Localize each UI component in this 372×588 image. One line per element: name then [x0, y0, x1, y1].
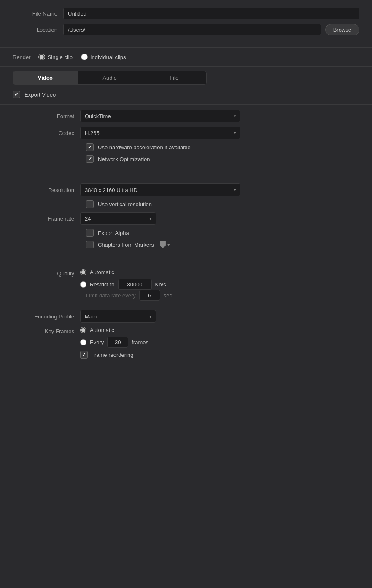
resolution-section: Resolution 3840 x 2160 Ultra HD 1920 x 1…: [0, 173, 372, 259]
render-single-clip-option[interactable]: Single clip: [38, 54, 73, 60]
marker-icon: [160, 241, 166, 248]
vertical-resolution-checkbox[interactable]: [86, 200, 94, 208]
keyframes-every-input[interactable]: [107, 337, 128, 348]
chapters-label: Chapters from Markers: [98, 242, 154, 248]
limit-row: Limit data rate every sec: [86, 290, 359, 301]
limit-unit: sec: [164, 292, 172, 299]
quality-restrict-option: Restrict to Kb/s: [80, 279, 166, 290]
frame-rate-label: Frame rate: [13, 216, 80, 222]
location-label: Location: [13, 27, 63, 33]
file-name-input[interactable]: [63, 8, 359, 19]
frame-rate-select[interactable]: 24 25 30 60: [80, 212, 156, 225]
tab-video[interactable]: Video: [13, 71, 78, 84]
render-single-clip-radio[interactable]: [38, 54, 45, 60]
vertical-resolution-label: Use vertical resolution: [98, 201, 152, 208]
resolution-select[interactable]: 3840 x 2160 Ultra HD 1920 x 1080 HD 1280…: [80, 183, 240, 196]
render-single-clip-label: Single clip: [48, 54, 73, 60]
encoding-profile-select[interactable]: Main High Baseline: [80, 310, 156, 323]
frame-rate-select-wrapper: 24 25 30 60 ▾: [80, 212, 156, 225]
chapters-chevron-icon[interactable]: ▾: [167, 242, 170, 248]
quality-restrict-input[interactable]: [118, 279, 152, 290]
tab-file[interactable]: File: [142, 71, 206, 84]
quality-automatic-label: Automatic: [90, 269, 114, 275]
file-name-label: File Name: [13, 11, 63, 17]
export-panel: File Name Location Browse Render Single …: [0, 0, 372, 369]
render-individual-clips-label: Individual clips: [90, 54, 126, 60]
tab-audio[interactable]: Audio: [78, 71, 142, 84]
format-select[interactable]: QuickTime MP4 MXF: [80, 110, 240, 122]
chapters-row: Chapters from Markers ▾: [86, 241, 359, 248]
quality-restrict-unit: Kb/s: [155, 281, 166, 288]
limit-text: Limit data rate every: [86, 292, 136, 299]
export-video-section: Export Video: [0, 85, 372, 104]
chapters-checkbox[interactable]: [86, 241, 94, 248]
encoding-profile-select-wrapper: Main High Baseline ▾: [80, 310, 156, 323]
keyframes-automatic-radio[interactable]: [80, 327, 86, 333]
chapters-extras: ▾: [160, 241, 170, 248]
resolution-label: Resolution: [13, 187, 80, 193]
video-settings-section: Format QuickTime MP4 MXF ▾ Codec H.265 H…: [0, 105, 372, 173]
quality-restrict-label: Restrict to: [90, 281, 115, 288]
export-alpha-row: Export Alpha: [86, 229, 359, 237]
encoding-section: Encoding Profile Main High Baseline ▾ Ke…: [0, 310, 372, 369]
render-individual-clips-option[interactable]: Individual clips: [81, 54, 126, 60]
render-section: Render Single clip Individual clips: [0, 48, 372, 66]
browse-button[interactable]: Browse: [325, 24, 359, 35]
frame-rate-row: Frame rate 24 25 30 60 ▾: [13, 212, 359, 225]
file-name-row: File Name: [13, 8, 359, 19]
render-individual-clips-radio[interactable]: [81, 54, 88, 60]
codec-select[interactable]: H.265 H.264 ProRes: [80, 127, 240, 139]
frame-reordering-checkbox[interactable]: [80, 351, 88, 359]
key-frames-label: Key Frames: [13, 327, 80, 334]
file-section: File Name Location Browse: [0, 0, 372, 47]
codec-label: Codec: [13, 130, 80, 136]
export-alpha-label: Export Alpha: [98, 230, 129, 236]
limit-value-input[interactable]: [139, 290, 160, 301]
export-video-label: Export Video: [24, 92, 56, 98]
resolution-row: Resolution 3840 x 2160 Ultra HD 1920 x 1…: [13, 183, 359, 196]
resolution-select-wrapper: 3840 x 2160 Ultra HD 1920 x 1080 HD 1280…: [80, 183, 240, 196]
export-video-checkbox[interactable]: [13, 91, 20, 98]
location-row: Location Browse: [13, 24, 359, 35]
quality-restrict-radio[interactable]: [80, 281, 86, 288]
hw-accel-label: Use hardware acceleration if available: [98, 144, 191, 151]
codec-row: Codec H.265 H.264 ProRes ▾: [13, 127, 359, 139]
keyframes-every-option: Every frames: [80, 337, 148, 348]
render-radio-group: Single clip Individual clips: [38, 54, 126, 60]
network-opt-label: Network Optimization: [98, 156, 150, 162]
hw-accel-checkbox[interactable]: [86, 143, 94, 151]
encoding-profile-row: Encoding Profile Main High Baseline ▾: [13, 310, 359, 323]
network-opt-checkbox[interactable]: [86, 155, 94, 163]
render-label: Render: [13, 54, 31, 60]
location-input[interactable]: [63, 24, 321, 35]
export-alpha-checkbox[interactable]: [86, 229, 94, 237]
vertical-resolution-row: Use vertical resolution: [86, 200, 359, 208]
keyframes-reordering-option: Frame reordering: [80, 351, 148, 359]
format-row: Format QuickTime MP4 MXF ▾: [13, 110, 359, 122]
frame-reordering-label: Frame reordering: [91, 352, 133, 358]
keyframes-automatic-option: Automatic: [80, 327, 148, 333]
quality-label: Quality: [13, 269, 80, 277]
quality-automatic-option: Automatic: [80, 269, 166, 275]
keyframes-frames-unit: frames: [132, 339, 148, 345]
quality-automatic-radio[interactable]: [80, 269, 86, 275]
format-select-wrapper: QuickTime MP4 MXF ▾: [80, 110, 240, 122]
key-frames-row: Key Frames Automatic Every frames Frame …: [13, 327, 359, 359]
quality-options: Automatic Restrict to Kb/s: [80, 269, 166, 290]
keyframes-options: Automatic Every frames Frame reordering: [80, 327, 148, 359]
keyframes-automatic-label: Automatic: [90, 327, 114, 333]
encoding-profile-label: Encoding Profile: [13, 313, 80, 320]
keyframes-every-radio[interactable]: [80, 339, 86, 345]
tabs-container: Video Audio File: [13, 71, 207, 85]
network-opt-row: Network Optimization: [86, 155, 359, 163]
format-label: Format: [13, 113, 80, 119]
keyframes-every-label: Every: [90, 339, 104, 345]
codec-select-wrapper: H.265 H.264 ProRes ▾: [80, 127, 240, 139]
quality-section: Quality Automatic Restrict to Kb/s Limit…: [0, 259, 372, 310]
hw-accel-row: Use hardware acceleration if available: [86, 143, 359, 151]
quality-row: Quality Automatic Restrict to Kb/s: [13, 269, 359, 290]
tabs-section: Video Audio File: [0, 67, 372, 85]
